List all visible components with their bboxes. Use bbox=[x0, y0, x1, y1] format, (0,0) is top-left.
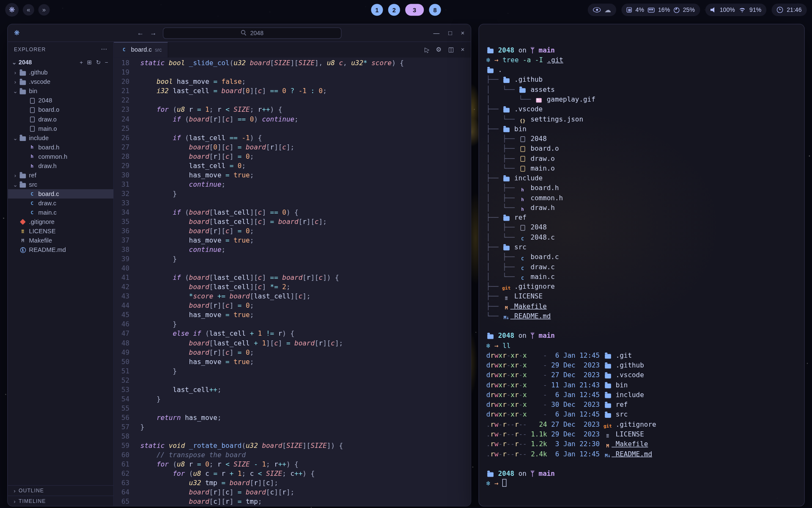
maximize-button[interactable]: □ bbox=[448, 29, 452, 36]
h-icon: h bbox=[28, 153, 36, 160]
nav-back-icon[interactable]: ← bbox=[137, 29, 144, 37]
explorer-item-bin[interactable]: ⌄bin bbox=[8, 86, 113, 96]
code-text: } bbox=[129, 254, 177, 264]
workspace-3[interactable]: 3 bbox=[405, 4, 424, 16]
explorer-item-board.c[interactable]: Cboard.c bbox=[8, 189, 113, 199]
terminal-line: └── M↓ README.md bbox=[486, 311, 804, 321]
code-text: board[r][c] = 0; bbox=[129, 301, 254, 310]
terminal-line: 2048 on ᛘ main bbox=[486, 469, 804, 478]
code-text: if (board[r][c] == 0) continue; bbox=[129, 115, 299, 124]
system-stats-group: 4% 16% 25% bbox=[621, 4, 700, 16]
run-button[interactable]: ▷⌄ bbox=[425, 46, 429, 53]
memory-usage: 16% bbox=[658, 7, 670, 13]
outline-section[interactable]: › OUTLINE bbox=[8, 485, 113, 495]
explorer-item-.github[interactable]: ›.github bbox=[8, 68, 113, 77]
code-line: 63 u32 tmp = board[r][c]; bbox=[114, 478, 471, 488]
settings-gear-icon[interactable]: ⚙ bbox=[436, 46, 442, 53]
explorer-item-main.c[interactable]: Cmain.c bbox=[8, 208, 113, 217]
terminal-line: drwxr-xr-x - 30 Dec 2023 ref bbox=[486, 400, 804, 409]
folder-icon bbox=[502, 77, 510, 83]
collapse-all-icon[interactable]: − bbox=[105, 59, 108, 66]
explorer-item-include[interactable]: ⌄include bbox=[8, 133, 113, 143]
explorer-item-README.md[interactable]: iREADME.md bbox=[8, 245, 113, 254]
code-text bbox=[129, 432, 140, 441]
cloud-icon[interactable]: ☁ bbox=[604, 6, 611, 14]
code-line: 58 bbox=[114, 432, 471, 441]
explorer-item-main.o[interactable]: main.o bbox=[8, 124, 113, 133]
code-line: 25 bbox=[114, 124, 471, 133]
terminal-line: drwxr-xr-x - 11 Jan 21:43 bin bbox=[486, 380, 804, 390]
minimize-button[interactable]: — bbox=[433, 29, 440, 36]
line-number: 44 bbox=[114, 301, 129, 310]
code-text: if (board[last_cell][c] == board[r][c]) … bbox=[129, 273, 339, 282]
code-area[interactable]: 18static bool _slide_col(u32 board[SIZE]… bbox=[114, 58, 471, 506]
terminal-window[interactable]: 2048 on ᛘ main❄ → tree -a -I .git .├── .… bbox=[478, 24, 804, 506]
terminal-line: .rw-r--r-- 2.4k 6 Jan 12:45 M↓ README.md bbox=[486, 449, 804, 458]
terminal-content: 2048 on ᛘ main❄ → tree -a -I .git .├── .… bbox=[486, 45, 804, 489]
split-editor-icon[interactable]: ◫ bbox=[448, 46, 454, 53]
explorer-item-draw.o[interactable]: draw.o bbox=[8, 115, 113, 124]
media-prev-button[interactable]: « bbox=[23, 4, 34, 16]
cpu-usage: 4% bbox=[636, 7, 644, 13]
close-button[interactable]: × bbox=[461, 29, 465, 36]
wifi-icon[interactable] bbox=[738, 7, 746, 12]
vscode-titlebar[interactable]: ❋ ← → 2048 — □ × bbox=[8, 25, 471, 42]
code-line: 38 continue; bbox=[114, 245, 471, 254]
timeline-section[interactable]: › TIMELINE bbox=[8, 496, 113, 506]
code-line: 56 return has_move; bbox=[114, 413, 471, 422]
volume-icon[interactable] bbox=[710, 7, 716, 13]
explorer-item-Makefile[interactable]: MMakefile bbox=[8, 236, 113, 245]
explorer-item-board.o[interactable]: board.o bbox=[8, 105, 113, 115]
line-number: 65 bbox=[114, 497, 129, 506]
command-center-search[interactable]: 2048 bbox=[163, 27, 341, 39]
new-file-icon[interactable]: + bbox=[80, 59, 83, 66]
eye-icon[interactable] bbox=[593, 7, 601, 12]
disk-icon bbox=[674, 7, 679, 13]
chevron-right-icon: › bbox=[12, 498, 17, 504]
tab-board-c[interactable]: C board.c src bbox=[114, 42, 168, 58]
line-number: 53 bbox=[114, 385, 129, 395]
file-name: bin bbox=[29, 88, 38, 95]
explorer-item-board.h[interactable]: hboard.h bbox=[8, 143, 113, 152]
clock-icon bbox=[777, 7, 783, 13]
nav-forward-icon[interactable]: → bbox=[150, 29, 156, 37]
explorer-item-.vscode[interactable]: ›.vscode bbox=[8, 77, 113, 86]
code-text: board[last_cell][c] = board[r][c]; bbox=[129, 217, 327, 226]
refresh-icon[interactable]: ↻ bbox=[96, 59, 101, 66]
launcher-icon: ❋ bbox=[9, 6, 15, 14]
file-name: board.h bbox=[38, 144, 60, 151]
terminal-line: │ ├── 2048 bbox=[486, 222, 804, 232]
explorer-item-src[interactable]: ⌄src bbox=[8, 180, 113, 189]
workspace-2[interactable]: 2 bbox=[388, 4, 400, 16]
line-number: 37 bbox=[114, 236, 129, 245]
new-folder-icon[interactable]: ⊞ bbox=[87, 59, 92, 66]
explorer-item-draw.c[interactable]: Cdraw.c bbox=[8, 199, 113, 208]
chevron-down-icon: ⌄ bbox=[11, 59, 18, 66]
explorer-item-LICENSE[interactable]: ≣LICENSE bbox=[8, 226, 113, 236]
terminal-line: │ └── h draw.h bbox=[486, 203, 804, 213]
workspace-8[interactable]: 8 bbox=[429, 4, 441, 16]
explorer-item-common.h[interactable]: hcommon.h bbox=[8, 152, 113, 161]
terminal-line: ❄ → bbox=[486, 478, 804, 488]
explorer-item-ref[interactable]: ›ref bbox=[8, 171, 113, 180]
file-name: README.md bbox=[29, 246, 66, 254]
launcher-button[interactable]: ❋ bbox=[5, 3, 19, 17]
explorer-item-.gitignore[interactable]: .gitignore bbox=[8, 217, 113, 226]
media-next-button[interactable]: » bbox=[38, 4, 50, 16]
code-line: 22 bbox=[114, 96, 471, 105]
workspace-1[interactable]: 1 bbox=[371, 4, 383, 16]
code-text: board[r][c] = 0; bbox=[129, 348, 254, 357]
line-number: 50 bbox=[114, 357, 129, 367]
workspaces: 1238 bbox=[368, 4, 444, 16]
explorer-project-row[interactable]: ⌄ 2048 +⊞↻− bbox=[8, 56, 113, 68]
code-line: 57} bbox=[114, 422, 471, 432]
explorer-more-icon[interactable]: ⋯ bbox=[101, 46, 107, 53]
disk-usage: 25% bbox=[683, 7, 695, 13]
explorer-item-2048[interactable]: 2048 bbox=[8, 96, 113, 105]
chevron-right-icon: › bbox=[12, 79, 19, 85]
close-editor-icon[interactable]: × bbox=[461, 46, 465, 53]
file-name: draw.h bbox=[38, 162, 57, 169]
explorer-item-draw.h[interactable]: hdraw.h bbox=[8, 161, 113, 171]
file-name: .gitignore bbox=[29, 218, 55, 226]
file-name: main.o bbox=[38, 125, 57, 132]
